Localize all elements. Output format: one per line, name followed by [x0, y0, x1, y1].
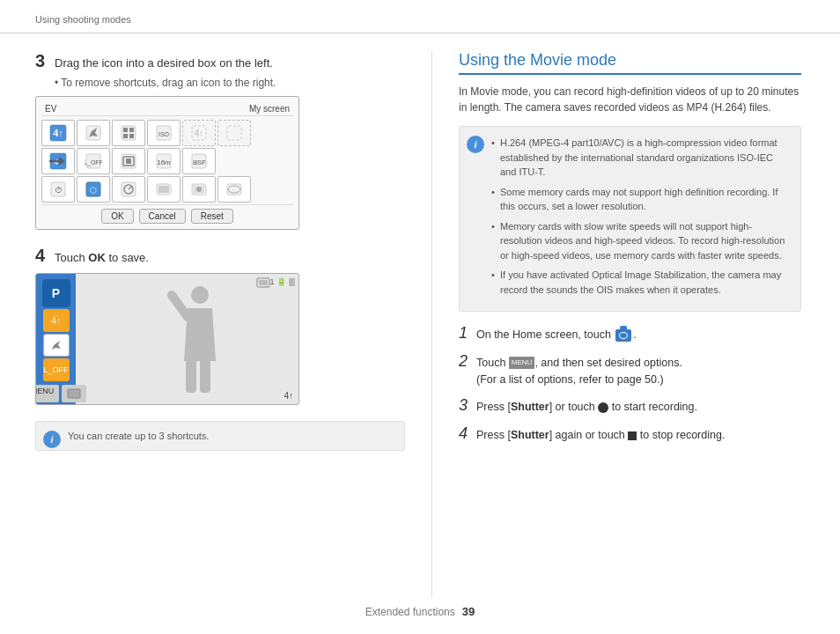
- grid-cell-3-6: [217, 176, 251, 203]
- screen-mockup-step3: EV My screen 4↑: [35, 96, 299, 230]
- p-mode-button: P: [42, 279, 70, 307]
- right-step-4: 4 Press [Shutter] again or touch to stop…: [459, 424, 801, 444]
- intro-text: In Movie mode, you can record high-defin…: [459, 84, 801, 115]
- dash-icon-2: [225, 124, 243, 142]
- right-column: Using the Movie mode In Movie mode, you …: [431, 51, 801, 597]
- svg-text:ISO: ISO: [158, 131, 170, 137]
- grid-cell-3-4: [147, 176, 181, 203]
- svg-text:4↑: 4↑: [53, 128, 63, 138]
- shutter-bold-1: Shutter: [511, 401, 549, 413]
- mode-icon-2: [43, 334, 70, 357]
- screen-buttons: OK Cancel Reset: [41, 204, 293, 224]
- svg-text:L_OFF: L_OFF: [85, 159, 102, 166]
- off-icon: L_OFF: [85, 152, 102, 170]
- section-title: Using the Movie mode: [459, 51, 801, 75]
- page-number: 39: [462, 605, 475, 618]
- right-step-2-num: 2: [459, 352, 471, 371]
- svg-rect-21: [126, 158, 131, 164]
- svg-rect-6: [129, 128, 134, 132]
- info-item-1: H.264 (MPEG-4 part10/AVC) is a high-comp…: [491, 136, 792, 180]
- camera-bottom-right: 4↑: [284, 391, 293, 401]
- step-4-number: 4: [35, 246, 49, 266]
- step-4-block: 4 Touch OK to save. P 4↑: [35, 246, 405, 405]
- breadcrumb: Using shooting modes: [0, 0, 840, 33]
- camera-mockup-step4: P 4↑ L_OFF MENU: [35, 273, 299, 405]
- step-3-sub: To remove shortcuts, drag an icon to the…: [35, 77, 405, 89]
- p-mode-icon: 4↑: [49, 124, 67, 142]
- grid-cell-1-1: 4↑: [41, 120, 75, 146]
- shutter-bold-2: Shutter: [511, 429, 549, 441]
- iso-icon: ISO: [155, 124, 173, 142]
- reset-button[interactable]: Reset: [191, 209, 233, 224]
- right-step-4-text: Press [Shutter] again or touch to stop r…: [476, 427, 725, 444]
- grid-cell-2-1: 4↑: [41, 148, 75, 174]
- panorama-icon: [225, 181, 243, 198]
- grid-cell-3-5: [182, 176, 216, 203]
- ok-bold: OK: [88, 251, 106, 264]
- step-3-number: 3: [35, 51, 49, 71]
- page-container: Using shooting modes 3 Drag the icon int…: [0, 0, 840, 634]
- menu-label: MENU: [35, 385, 59, 402]
- menu-icon-inline: MENU: [509, 357, 535, 369]
- grid-cell-3-3: [112, 176, 145, 203]
- bracket-icon: [120, 152, 137, 170]
- ok-button[interactable]: OK: [101, 209, 133, 224]
- note-icon: i: [43, 431, 61, 448]
- dash-icon-1: 4↑: [190, 124, 208, 142]
- svg-text:⏱: ⏱: [55, 186, 63, 195]
- mode-icon-3: L_OFF: [43, 358, 70, 381]
- edit-small-icon: [49, 338, 63, 352]
- step-4-text: Touch OK to save.: [55, 251, 149, 264]
- svg-point-37: [196, 187, 202, 192]
- grid-cell-2-5: ⊞SF: [182, 148, 216, 174]
- svg-text:4↑: 4↑: [54, 158, 63, 166]
- svg-line-46: [172, 295, 188, 317]
- grid-cell-1-3: [112, 120, 145, 146]
- grid-cell-3-1: ⏱: [41, 176, 75, 203]
- left-note-text: You can create up to 3 shortcuts.: [68, 431, 209, 441]
- storage-indicator: [256, 277, 272, 290]
- grid-cell-1-6: [217, 120, 251, 146]
- battery-indicator: 1 🔋: [269, 277, 286, 286]
- camera-main-area: [80, 274, 298, 404]
- mode-indicator: 4↑: [284, 391, 293, 401]
- svg-rect-7: [123, 134, 128, 138]
- quality-icon: ⊞SF: [190, 152, 208, 170]
- grid-row-1: 4↑: [41, 120, 293, 146]
- right-step-2-text: Touch MENU, and then set desired options…: [476, 355, 682, 388]
- svg-rect-48: [259, 280, 268, 285]
- timer-icon: ⏱: [49, 181, 67, 198]
- right-step-1-num: 1: [459, 324, 471, 343]
- grid-cell-2-4: 16m: [147, 148, 181, 174]
- svg-rect-5: [123, 128, 128, 132]
- right-step-3-num: 3: [459, 396, 471, 415]
- info-list: H.264 (MPEG-4 part10/AVC) is a high-comp…: [491, 136, 792, 297]
- svg-rect-8: [129, 134, 134, 138]
- svg-rect-34: [158, 186, 169, 193]
- right-step-3-text: Press [Shutter] or touch to start record…: [476, 399, 697, 416]
- right-step-1-text: On the Home screen, touch .: [476, 327, 637, 343]
- svg-rect-41: [68, 389, 80, 398]
- grid-cell-1-2: [77, 120, 110, 146]
- info-item-4: If you have activated Optical Image Stab…: [491, 268, 792, 297]
- cancel-button[interactable]: Cancel: [139, 209, 186, 224]
- camera-top-right: 1 🔋 |||: [269, 277, 295, 286]
- left-note-box: i You can create up to 3 shortcuts.: [35, 421, 405, 451]
- ev-label: EV: [45, 104, 56, 114]
- svg-marker-40: [52, 341, 61, 350]
- storage-icon: [256, 277, 272, 288]
- 16m-icon: 16m: [155, 152, 173, 170]
- left-column: 3 Drag the icon into a desired box on th…: [35, 51, 405, 597]
- sel-icon: ⬡: [85, 181, 102, 198]
- right-step-1: 1 On the Home screen, touch .: [459, 324, 801, 343]
- grid-cell-1-4: ISO: [147, 120, 181, 146]
- grid-cell-1-5: 4↑: [182, 120, 216, 146]
- svg-rect-45: [200, 359, 210, 393]
- grid-cell-3-2: ⬡: [77, 176, 110, 203]
- person-silhouette: [163, 282, 216, 396]
- camera-mode-icon: [615, 329, 631, 342]
- svg-rect-44: [186, 359, 196, 393]
- edit-icon: [85, 124, 102, 142]
- right-step-4-num: 4: [459, 424, 471, 443]
- record-circle-icon: [598, 402, 608, 413]
